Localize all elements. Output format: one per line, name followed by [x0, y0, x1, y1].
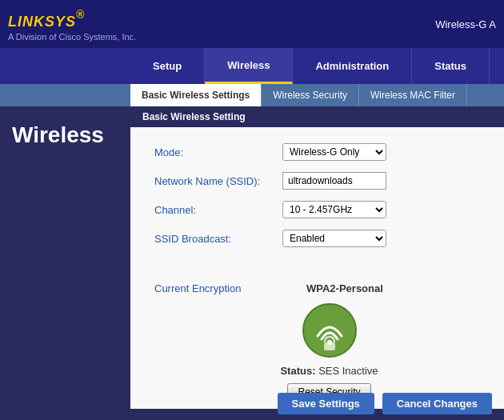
sub-navigation: Basic Wireless Settings Wireless Securit… [0, 84, 504, 106]
status-text: Status: SES Inactive [280, 365, 378, 377]
network-name-input[interactable] [282, 172, 386, 190]
sidebar: Wireless [0, 106, 130, 386]
main-content: Basic Wireless Setting Mode: Wireless-G … [130, 106, 504, 386]
main-navigation: Setup Wireless Administration Status [0, 48, 504, 84]
channel-select[interactable]: 10 - 2.457GHz 1 - 2.412GHz 6 - 2.437GHz … [282, 201, 386, 218]
subnav-basic-wireless[interactable]: Basic Wireless Settings [130, 84, 262, 106]
channel-label: Channel: [154, 204, 282, 216]
registered-mark: ® [76, 8, 85, 21]
logo-subtitle: A Division of Cisco Systems, Inc. [8, 32, 136, 42]
mode-row: Mode: Wireless-G Only Mixed B-Only Disab… [154, 143, 480, 161]
ssid-broadcast-label: SSID Broadcast: [154, 233, 282, 245]
encryption-value: WPA2-Personal [306, 282, 383, 294]
header: LINKSYS® A Division of Cisco Systems, In… [0, 0, 504, 48]
mode-label: Mode: [154, 146, 282, 158]
content-area: Wireless Basic Wireless Setting Mode: Wi… [0, 106, 504, 386]
encryption-section: Current Encryption WPA2-Personal Status: [130, 274, 504, 409]
section-title: Basic Wireless Setting [130, 106, 504, 127]
mode-control: Wireless-G Only Mixed B-Only Disabled [282, 143, 386, 161]
tab-wireless[interactable]: Wireless [205, 48, 293, 84]
ssid-broadcast-row: SSID Broadcast: Enabled Disabled [154, 230, 480, 247]
status-value: SES Inactive [318, 365, 378, 377]
subnav-wireless-security[interactable]: Wireless Security [262, 84, 359, 106]
channel-control: 10 - 2.457GHz 1 - 2.412GHz 6 - 2.437GHz … [282, 201, 386, 218]
save-settings-button[interactable]: Save Settings [278, 393, 374, 414]
logo-text: LINKSYS® [8, 6, 136, 32]
form-area: Mode: Wireless-G Only Mixed B-Only Disab… [130, 127, 504, 274]
tab-status[interactable]: Status [412, 48, 490, 84]
network-name-row: Network Name (SSID): [154, 172, 480, 190]
ssid-broadcast-select[interactable]: Enabled Disabled [282, 230, 386, 247]
network-name-control [282, 172, 386, 190]
svg-rect-2 [324, 342, 335, 350]
logo: LINKSYS® A Division of Cisco Systems, In… [8, 6, 136, 42]
encryption-row: Current Encryption WPA2-Personal [154, 282, 480, 294]
network-name-label: Network Name (SSID): [154, 175, 282, 187]
ses-icon [302, 302, 358, 358]
channel-row: Channel: 10 - 2.457GHz 1 - 2.412GHz 6 - … [154, 201, 480, 218]
sidebar-wireless-label: Wireless [0, 106, 130, 164]
encryption-label: Current Encryption [154, 282, 282, 294]
subnav-mac-filter[interactable]: Wireless MAC Filter [359, 84, 467, 106]
status-label: Status: [280, 365, 315, 377]
ssid-broadcast-control: Enabled Disabled [282, 230, 386, 247]
mode-select[interactable]: Wireless-G Only Mixed B-Only Disabled [282, 143, 386, 161]
page-title: Wireless-G A [435, 18, 504, 30]
cancel-changes-button[interactable]: Cancel Changes [382, 393, 492, 414]
tab-administration[interactable]: Administration [293, 48, 412, 84]
logo-main: LINKSYS [8, 14, 76, 30]
wifi-icon-container: Status: SES Inactive Reset Security [178, 302, 480, 401]
tab-setup[interactable]: Setup [130, 48, 205, 84]
